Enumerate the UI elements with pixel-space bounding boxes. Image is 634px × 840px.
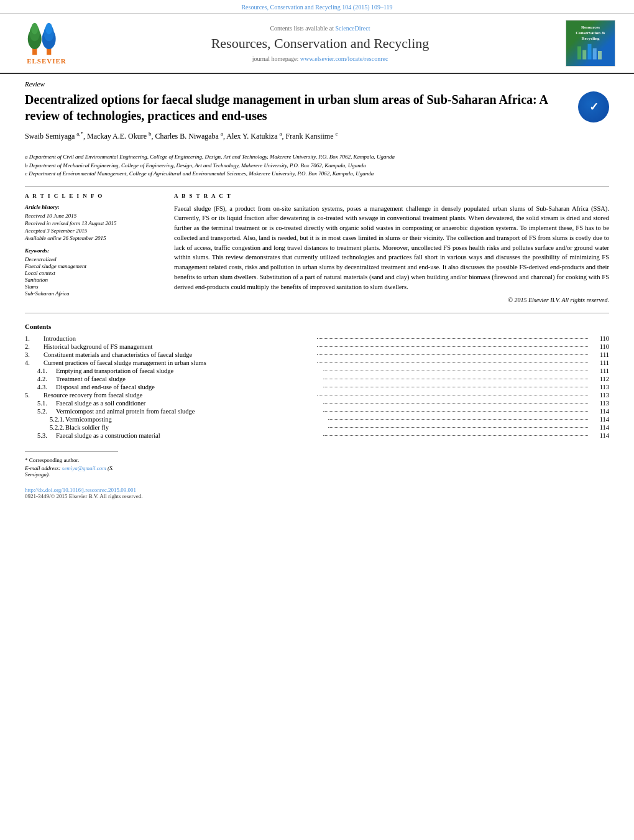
toc-num-5-2-2: 5.2.2. — [25, 424, 65, 431]
toc-dots-5-3 — [323, 435, 588, 436]
toc-page-5-3: 114 — [590, 432, 609, 439]
homepage-url[interactable]: www.elsevier.com/locate/resconrec — [300, 55, 388, 62]
toc-dots-5-2-1 — [328, 419, 589, 420]
toc-item-5-2-1: 5.2.1. Vermicomposting 114 — [25, 416, 609, 423]
toc-title-5-2-1: Vermicomposting — [65, 416, 326, 423]
abstract-column: A B S T R A C T Faecal sludge (FS), a pr… — [174, 193, 609, 304]
email-address[interactable]: semiya@gmail.com — [62, 465, 106, 471]
affiliation-a: a Department of Civil and Environmental … — [25, 153, 609, 162]
paper-header: Decentralized options for faecal sludge … — [25, 91, 609, 147]
svg-point-7 — [45, 23, 52, 34]
toc-num-3: 3. — [25, 351, 44, 358]
article-info-column: A R T I C L E I N F O Article history: R… — [25, 193, 162, 304]
journal-header: ELSEVIER Contents lists available at Sci… — [0, 14, 634, 74]
email-label: E-mail address: — [25, 465, 60, 471]
journal-title: Resources, Conservation and Recycling — [87, 35, 553, 52]
svg-rect-8 — [577, 47, 581, 60]
toc-dots-5 — [317, 395, 588, 395]
toc-page-5-2-2: 114 — [590, 424, 609, 431]
received-revised-date: Received in revised form 13 August 2015 — [25, 220, 162, 226]
toc-item-5-2: 5.2. Vermicompost and animal protein fro… — [25, 408, 609, 415]
toc-dots-5-1 — [323, 403, 588, 404]
toc-title-4-1: Emptying and transportation of faecal sl… — [56, 367, 321, 374]
toc-title-3: Constituent materials and characteristic… — [44, 351, 315, 358]
keyword-3: Local context — [25, 270, 162, 276]
svg-point-3 — [31, 23, 38, 34]
toc-dots-4-2 — [323, 379, 588, 379]
toc-item-4-2: 4.2. Treatment of faecal sludge 112 — [25, 376, 609, 382]
toc-num-1: 1. — [25, 335, 44, 342]
citation-bar: Resources, Conservation and Recycling 10… — [0, 0, 634, 14]
toc-item-4-1: 4.1. Emptying and transportation of faec… — [25, 367, 609, 374]
sciencedirect-link[interactable]: ScienceDirect — [335, 25, 370, 32]
keywords-label: Keywords: — [25, 247, 162, 254]
title-block: Decentralized options for faecal sludge … — [25, 91, 578, 147]
toc-page-4: 111 — [590, 359, 609, 366]
toc-page-4-2: 112 — [590, 376, 609, 382]
elsevier-brand: ELSEVIER — [27, 57, 67, 65]
toc-section: Contents 1. Introduction 110 2. Historic… — [25, 323, 609, 439]
toc-item-3: 3. Constituent materials and characteris… — [25, 351, 609, 358]
available-date: Available online 26 September 2015 — [25, 235, 162, 241]
keyword-1: Decentralized — [25, 256, 162, 262]
toc-title-5-2-2: Black soldier fly — [65, 424, 326, 431]
crossmark-badge: ✓ — [578, 91, 609, 122]
toc-num-4-2: 4.2. — [25, 376, 56, 382]
toc-dots-4-3 — [323, 387, 588, 387]
toc-page-4-3: 113 — [590, 384, 609, 390]
journal-homepage: journal homepage: www.elsevier.com/locat… — [87, 55, 553, 62]
keyword-5: Slums — [25, 284, 162, 290]
toc-page-3: 111 — [590, 351, 609, 358]
toc-num-5: 5. — [25, 392, 44, 399]
toc-title-5-1: Faecal sludge as a soil conditioner — [56, 400, 321, 407]
toc-num-5-2: 5.2. — [25, 408, 56, 415]
journal-thumbnail: Resources Conservation & Recycling — [566, 20, 615, 67]
toc-title-5-3: Faecal sludge as a construction material — [56, 432, 321, 439]
toc-page-5: 113 — [590, 392, 609, 399]
toc-title-4-2: Treatment of faecal sludge — [56, 376, 321, 382]
toc-item-2: 2. Historical background of FS managemen… — [25, 343, 609, 350]
footnote-section: * Corresponding author. E-mail address: … — [25, 451, 118, 478]
history-label: Article history: — [25, 204, 162, 210]
toc-dots-2 — [317, 346, 588, 347]
toc-heading: Contents — [25, 323, 609, 330]
toc-num-4-1: 4.1. — [25, 367, 56, 374]
toc-item-5-3: 5.3. Faecal sludge as a construction mat… — [25, 432, 609, 439]
toc-dots-3 — [317, 354, 588, 355]
corresponding-author: * Corresponding author. — [25, 457, 118, 463]
thumb-chart-icon — [572, 42, 609, 60]
toc-title-4: Current practices of faecal sludge manag… — [44, 359, 315, 366]
main-content: Review Decentralized options for faecal … — [0, 74, 634, 512]
toc-num-2: 2. — [25, 343, 44, 350]
elsevier-tree-icon — [25, 22, 68, 56]
authors-text: Swaib Semiyaga a,*, Mackay A.E. Okure b,… — [25, 132, 338, 141]
toc-item-4-3: 4.3. Disposal and end-use of faecal slud… — [25, 384, 609, 390]
thumb-label: Resources Conservation & Recycling — [572, 25, 609, 62]
affiliations: a Department of Civil and Environmental … — [25, 153, 609, 178]
issn-text: 0921-3449/© 2015 Elsevier B.V. All right… — [25, 493, 609, 499]
toc-dots-4-1 — [323, 371, 588, 371]
toc-page-5-2: 114 — [590, 408, 609, 415]
citation-text: Resources, Conservation and Recycling 10… — [241, 4, 392, 11]
doi-section: http://dx.doi.org/10.1016/j.resconrec.20… — [25, 487, 609, 499]
authors-line: Swaib Semiyaga a,*, Mackay A.E. Okure b,… — [25, 130, 566, 142]
toc-page-1: 110 — [590, 335, 609, 342]
toc-title-4-3: Disposal and end-use of faecal sludge — [56, 384, 321, 390]
toc-title-5-2: Vermicompost and animal protein from fae… — [56, 408, 321, 415]
elsevier-logo: ELSEVIER — [19, 22, 75, 65]
abstract-heading: A B S T R A C T — [174, 193, 609, 199]
affiliation-b: b Department of Mechanical Engineering, … — [25, 162, 609, 170]
keyword-2: Faecal sludge management — [25, 263, 162, 269]
journal-center: Contents lists available at ScienceDirec… — [75, 25, 566, 62]
toc-title-5: Resource recovery from faecal sludge — [44, 392, 315, 399]
toc-title-2: Historical background of FS management — [44, 343, 315, 350]
affiliation-c: c Department of Environmental Management… — [25, 170, 609, 178]
contents-line: Contents lists available at ScienceDirec… — [87, 25, 553, 32]
toc-num-4: 4. — [25, 359, 44, 366]
keyword-4: Sanitation — [25, 277, 162, 283]
email-line: E-mail address: semiya@gmail.com (S. Sem… — [25, 465, 118, 478]
two-column-section: A R T I C L E I N F O Article history: R… — [25, 186, 609, 304]
toc-dots-5-2-2 — [328, 427, 589, 428]
doi-link[interactable]: http://dx.doi.org/10.1016/j.resconrec.20… — [25, 487, 609, 493]
svg-rect-10 — [588, 44, 592, 60]
